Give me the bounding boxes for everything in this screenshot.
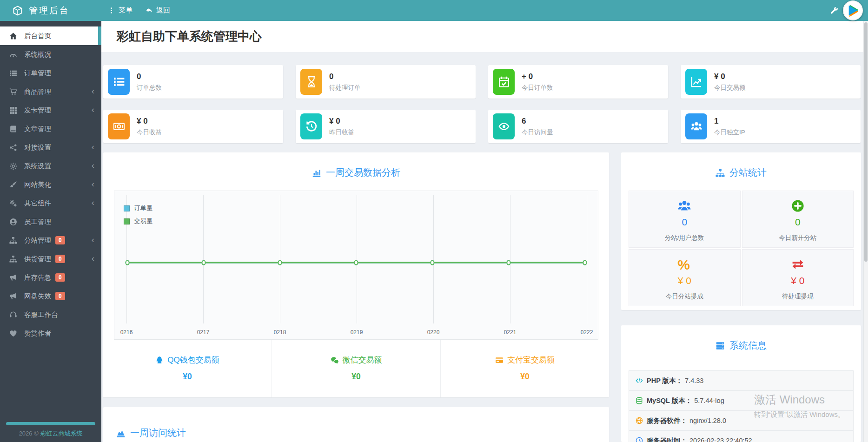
sysinfo-panel-title-text: 系统信息 — [729, 339, 767, 352]
tile-value: 0 — [742, 217, 854, 228]
scrollbar-thumb[interactable] — [864, 22, 868, 262]
dashboard-icon — [9, 51, 17, 59]
brush-icon — [9, 181, 17, 189]
sidebar-item-articles[interactable]: 文章管理 — [0, 119, 101, 138]
cart-icon — [9, 88, 17, 96]
branch-tile-total-users[interactable]: 0分站/用户总数 — [629, 191, 741, 248]
back-button-label: 返回 — [156, 6, 170, 15]
stat-text: 0待处理订单 — [329, 72, 361, 92]
sysinfo-row-mysql: MySQL 版本：5.7.44-log — [629, 391, 853, 411]
topnav: 菜单 返回 — [108, 0, 170, 21]
sidebar-item-branches[interactable]: 分站管理0‹ — [0, 231, 101, 250]
chart-area: 0216021702180219022002210222订单量交易量 — [114, 191, 598, 340]
branch-tile-withdraw[interactable]: ¥ 0待处理提现 — [742, 249, 854, 306]
tile-value: 0 — [629, 217, 740, 228]
app-logo[interactable] — [843, 0, 863, 20]
globe-icon — [636, 417, 643, 424]
item-badge: 0 — [55, 273, 65, 282]
stat-icon-box — [300, 69, 322, 95]
stat-text: ¥ 0今日收益 — [137, 117, 162, 137]
sidebar-item-orders[interactable]: 订单管理 — [0, 64, 101, 82]
stat-card-today-income[interactable]: ¥ 0今日收益 — [103, 110, 283, 143]
headset-icon — [9, 311, 17, 319]
payment-value: ¥0 — [441, 372, 609, 382]
sidebar-item-service[interactable]: 客服工作台 — [0, 305, 101, 324]
stat-card-today-ips[interactable]: 1今日独立IP — [681, 110, 861, 143]
stat-card-pending-orders[interactable]: 0待处理订单 — [296, 65, 476, 99]
hourglass-icon — [305, 76, 318, 88]
payment-label: 支付宝交易额 — [441, 355, 609, 365]
sidebar-item-stock-alert[interactable]: 库存告急0 — [0, 268, 101, 287]
payment-label: QQ钱包交易额 — [103, 355, 272, 365]
users-group-icon — [629, 198, 740, 213]
sidebar-item-settings[interactable]: 系统设置‹ — [0, 157, 101, 175]
sidebar-item-label: 系统设置 — [24, 162, 51, 171]
footer-brand-link[interactable]: 彩虹云商城系统 — [40, 430, 82, 437]
stat-card-yesterday-income[interactable]: ¥ 0昨日收益 — [296, 110, 476, 143]
chart-legend: 订单量交易量 — [124, 204, 153, 230]
item-badge: 0 — [55, 292, 65, 300]
stat-card-today-volume[interactable]: ¥ 0今日交易额 — [681, 65, 861, 99]
sidebar-item-products[interactable]: 商品管理‹ — [0, 82, 101, 101]
branch-panel-title: 分站统计 — [621, 152, 861, 179]
payment-label: 微信交易额 — [272, 355, 440, 365]
history-icon — [305, 120, 318, 132]
sidebar-item-staff[interactable]: 员工管理 — [0, 212, 101, 231]
item-badge: 0 — [55, 236, 65, 244]
branch-tile-new-branches[interactable]: 0今日新开分站 — [742, 191, 854, 248]
stat-card-today-orders[interactable]: + 0今日订单数 — [488, 65, 668, 99]
wrench-icon[interactable] — [830, 7, 838, 14]
sidebar-item-home[interactable]: 后台首页 — [0, 26, 101, 45]
trade-panel: 一周交易数据分析 0216021702180219022002210222订单量… — [103, 152, 609, 397]
stat-label: 今日访问量 — [522, 128, 553, 137]
sidebar-item-label: 分站管理 — [24, 236, 51, 245]
trade-panel-title: 一周交易数据分析 — [103, 152, 609, 179]
chevron-left-icon: ‹ — [92, 142, 94, 151]
sidebar-item-overview[interactable]: 系统概况 — [0, 45, 101, 64]
share-icon — [9, 144, 17, 152]
reply-icon — [146, 7, 152, 14]
sysinfo-panel: 系统信息 PHP 版本：7.4.33MySQL 版本：5.7.44-log服务器… — [621, 325, 861, 442]
stat-value: ¥ 0 — [137, 117, 162, 126]
chart-line — [114, 191, 598, 339]
sidebar-item-supply[interactable]: 供货管理0‹ — [0, 250, 101, 268]
stat-icon-box — [108, 69, 130, 95]
stat-text: + 0今日订单数 — [522, 72, 553, 92]
chevron-left-icon: ‹ — [92, 179, 94, 188]
area-chart-icon — [116, 429, 126, 438]
sidebar-item-beautify[interactable]: 网站美化‹ — [0, 175, 101, 194]
payment-label-text: QQ钱包交易额 — [167, 355, 219, 365]
menu-button[interactable]: 菜单 — [108, 6, 133, 15]
chevron-left-icon: ‹ — [92, 161, 94, 170]
eye-icon — [498, 120, 510, 132]
stat-icon-box — [108, 113, 130, 139]
tile-label: 待处理提现 — [742, 292, 854, 301]
branch-tile-commission[interactable]: %¥ 0今日分站提成 — [629, 249, 741, 306]
alipay-icon — [495, 356, 504, 364]
stat-label: 昨日收益 — [329, 128, 354, 137]
sidebar-item-label: 对接设置 — [24, 143, 51, 152]
legend-label: 订单量 — [134, 204, 153, 212]
sidebar-item-donate[interactable]: 赞赏作者 — [0, 324, 101, 343]
sitemap-icon — [716, 168, 725, 178]
stat-card-today-visits[interactable]: 6今日访问量 — [488, 110, 668, 143]
title-band: 彩虹自助下单系统管理中心 — [101, 21, 868, 52]
menu-button-label: 菜单 — [119, 6, 133, 15]
stat-card-orders-total[interactable]: 0订单总数 — [103, 65, 283, 99]
topbar: 管理后台 菜单 返回 — [0, 0, 868, 21]
sidebar-item-components[interactable]: 其它组件‹ — [0, 194, 101, 212]
sysinfo-row-label: 服务器软件： — [647, 416, 687, 425]
branch-panel: 分站统计 0分站/用户总数0今日新开分站%¥ 0今日分站提成¥ 0待处理提现 — [621, 152, 861, 310]
sysinfo-row-value: nginx/1.28.0 — [689, 417, 726, 424]
sidebar-item-cards[interactable]: 发卡管理‹ — [0, 101, 101, 119]
sidebar-item-netdisk[interactable]: 网盘失效0 — [0, 287, 101, 305]
legend-item: 交易量 — [124, 217, 153, 225]
stat-text: 0订单总数 — [137, 72, 162, 92]
payment-alipay: 支付宝交易额¥0 — [440, 340, 609, 397]
sidebar-item-api[interactable]: 对接设置‹ — [0, 138, 101, 157]
back-button[interactable]: 返回 — [146, 6, 170, 15]
sidebar-scroll-indicator[interactable] — [6, 422, 95, 425]
stat-text: ¥ 0今日交易额 — [714, 72, 746, 92]
stat-value: 1 — [714, 117, 745, 126]
grid-icon — [9, 106, 17, 114]
